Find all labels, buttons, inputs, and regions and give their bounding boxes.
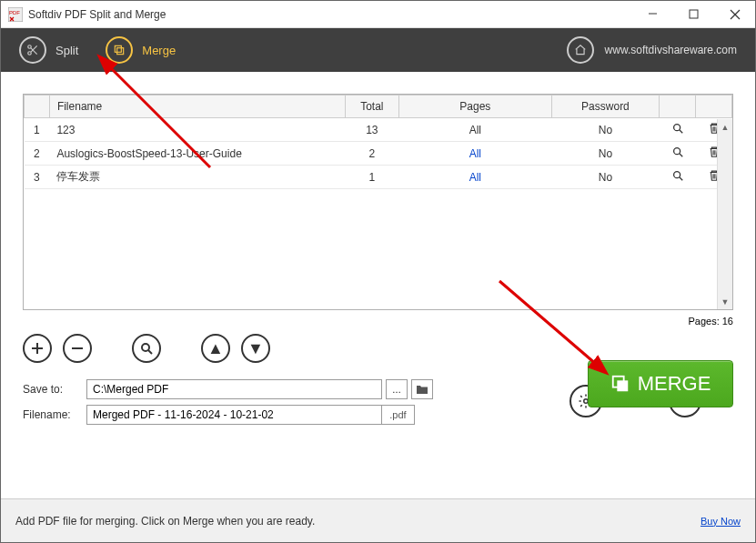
main-toolbar: Split Merge www.softdivshareware.com — [1, 28, 755, 72]
window-titlebar: PDF Softdiv PDF Split and Merge — [1, 1, 755, 28]
col-total[interactable]: Total — [345, 96, 399, 118]
row-index: 1 — [25, 118, 50, 142]
svg-line-13 — [680, 130, 683, 134]
svg-line-15 — [680, 154, 683, 157]
minimize-button[interactable] — [632, 1, 673, 27]
row-preview-button[interactable] — [660, 166, 696, 189]
website-link[interactable]: www.softdivshareware.com — [567, 36, 737, 64]
status-text: Add PDF file for merging. Click on Merge… — [15, 515, 315, 528]
magnifier-icon — [671, 146, 684, 158]
file-extension: .pdf — [382, 405, 415, 425]
table-row[interactable]: 3停车发票1AllNo — [25, 166, 732, 189]
svg-line-17 — [680, 177, 683, 181]
buy-now-link[interactable]: Buy Now — [701, 516, 741, 527]
close-button[interactable] — [714, 1, 755, 27]
row-total: 13 — [345, 118, 399, 142]
row-preview-button[interactable] — [660, 118, 696, 142]
preview-button[interactable] — [132, 334, 161, 363]
filename-input[interactable] — [86, 405, 382, 425]
row-filename: 停车发票 — [49, 166, 345, 189]
maximize-button[interactable] — [673, 1, 714, 27]
merge-label: Merge — [142, 44, 176, 57]
row-password: No — [551, 166, 660, 189]
move-down-button[interactable]: ▼ — [241, 334, 270, 363]
row-filename: 123 — [49, 118, 345, 142]
row-pages[interactable]: All — [399, 142, 551, 166]
svg-text:PDF: PDF — [9, 10, 20, 15]
browse-path-button[interactable]: … — [386, 379, 408, 399]
pages-total: Pages: 16 — [1, 310, 755, 327]
filename-label: Filename: — [23, 408, 86, 421]
split-tab[interactable]: Split — [19, 36, 78, 64]
col-pages[interactable]: Pages — [399, 96, 551, 118]
open-folder-button[interactable] — [411, 379, 433, 399]
window-title: Softdiv PDF Split and Merge — [28, 8, 632, 21]
row-total: 2 — [345, 142, 399, 166]
scroll-up-icon[interactable]: ▲ — [718, 119, 732, 135]
home-icon — [567, 36, 594, 64]
merge-tab[interactable]: Merge — [106, 36, 176, 64]
row-password: No — [551, 118, 660, 142]
table-scrollbar[interactable]: ▲ ▼ — [717, 119, 732, 309]
action-buttons: ▲ ▼ — [1, 327, 755, 363]
row-index: 2 — [25, 142, 50, 166]
svg-point-12 — [673, 125, 680, 131]
svg-point-7 — [28, 52, 32, 55]
app-logo-icon: PDF — [8, 7, 23, 22]
magnifier-icon — [671, 169, 684, 182]
row-filename: Auslogics-BoostSpeed-13-User-Guide — [49, 142, 345, 166]
row-preview-button[interactable] — [660, 142, 696, 166]
svg-rect-24 — [617, 380, 628, 391]
window-controls — [632, 1, 755, 27]
table-row[interactable]: 112313AllNo — [25, 118, 732, 142]
col-preview — [660, 96, 696, 118]
add-button[interactable] — [23, 334, 52, 363]
merge-button[interactable]: MERGE — [588, 360, 733, 407]
website-url: www.softdivshareware.com — [605, 44, 737, 56]
remove-button[interactable] — [63, 334, 92, 363]
svg-rect-10 — [116, 45, 122, 52]
svg-rect-3 — [690, 10, 698, 18]
merge-stack-icon — [610, 374, 630, 394]
magnifier-icon — [671, 122, 684, 135]
svg-point-16 — [673, 172, 680, 178]
row-pages[interactable]: All — [399, 166, 551, 189]
save-to-input[interactable] — [86, 379, 382, 399]
col-password[interactable]: Password — [551, 96, 660, 118]
svg-rect-11 — [117, 48, 124, 55]
file-table: Filename Total Pages Password 112313AllN… — [23, 94, 733, 310]
status-bar: Add PDF file for merging. Click on Merge… — [1, 498, 755, 542]
col-filename[interactable]: Filename — [49, 96, 345, 118]
col-delete — [696, 96, 732, 118]
table-row[interactable]: 2Auslogics-BoostSpeed-13-User-Guide2AllN… — [25, 142, 732, 166]
scissors-icon — [19, 36, 46, 64]
svg-line-22 — [148, 350, 152, 354]
row-index: 3 — [25, 166, 50, 189]
merge-button-label: MERGE — [638, 372, 711, 396]
svg-point-21 — [142, 344, 149, 351]
row-password: No — [551, 142, 660, 166]
row-total: 1 — [345, 166, 399, 189]
move-up-button[interactable]: ▲ — [201, 334, 230, 363]
col-index[interactable] — [25, 96, 50, 118]
merge-stack-icon — [106, 36, 133, 64]
svg-point-6 — [28, 45, 32, 49]
svg-point-14 — [673, 148, 680, 155]
save-to-label: Save to: — [23, 383, 86, 396]
scroll-down-icon[interactable]: ▼ — [718, 294, 732, 309]
split-label: Split — [55, 44, 78, 57]
row-pages: All — [399, 118, 551, 142]
